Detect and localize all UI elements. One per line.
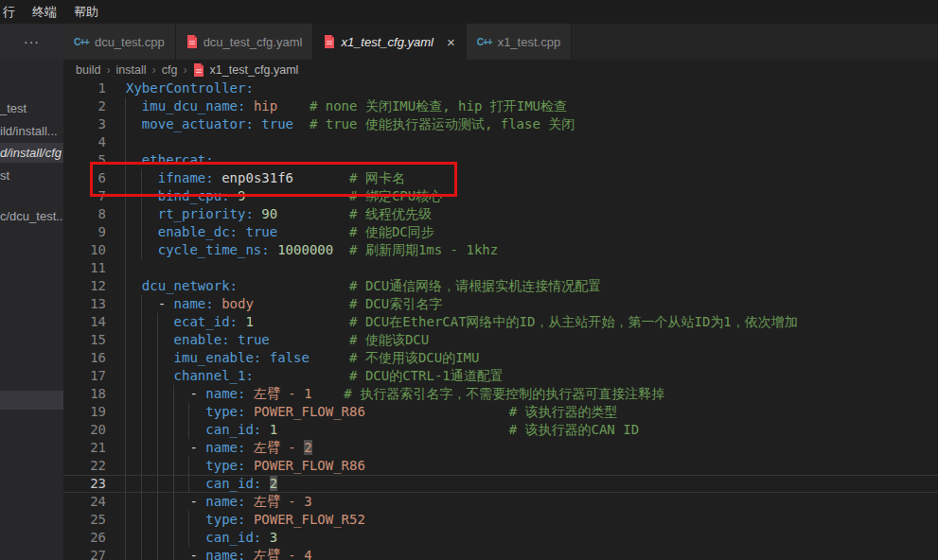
breadcrumb-item[interactable]: build	[76, 63, 100, 77]
line-number[interactable]: 22	[63, 457, 106, 475]
sidebar-selected-row[interactable]	[0, 391, 63, 410]
code-line-19[interactable]: 19 type: POWER_FLOW_R86 # 该执行器的类型	[63, 403, 938, 421]
line-number[interactable]: 21	[63, 439, 106, 457]
line-number[interactable]: 7	[63, 187, 106, 205]
line-number[interactable]: 11	[63, 259, 106, 277]
line-number[interactable]: 20	[63, 421, 106, 439]
breadcrumb-item[interactable]: install	[116, 63, 147, 77]
breadcrumb-file[interactable]: x1_test_cfg.yaml	[210, 63, 299, 77]
code-token	[312, 386, 345, 401]
tab-x1_test_cfg.yaml[interactable]: x1_test_cfg.yaml×	[313, 24, 466, 60]
code-token: # 该执行器的CAN ID	[509, 422, 639, 437]
menu-item-1[interactable]: 终端	[24, 4, 65, 21]
line-number[interactable]: 23	[63, 475, 106, 493]
code-line-18[interactable]: 18 - name: 左臂 - 1 # 执行器索引名字，不需要控制的执行器可直接…	[63, 385, 938, 403]
code-line-11[interactable]: 11	[63, 259, 938, 277]
code-line-6[interactable]: 6 ifname: enp0s31f6 # 网卡名	[63, 169, 938, 187]
code-token: 左臂 - 3	[254, 494, 312, 509]
code-line-8[interactable]: 8 rt_priority: 90 # 线程优先级	[63, 205, 938, 223]
code-line-25[interactable]: 25 type: POWER_FLOW_R52	[63, 511, 938, 529]
indent-guide	[125, 529, 126, 547]
sidebar-item-0[interactable]: _test	[0, 98, 63, 118]
code-line-23[interactable]: 23 can_id: 2	[63, 475, 938, 493]
code-line-5[interactable]: 5 ethercat:	[63, 151, 938, 169]
line-number[interactable]: 15	[63, 331, 106, 349]
line-number[interactable]: 14	[63, 313, 106, 331]
line-number[interactable]: 3	[63, 115, 106, 133]
code-token: POWER_FLOW_R52	[254, 512, 365, 527]
code-token	[126, 116, 142, 131]
code-line-21[interactable]: 21 - name: 左臂 - 2	[63, 439, 938, 457]
code-line-17[interactable]: 17 channel_1: # DCU的CTRL-1通道配置	[63, 367, 938, 385]
tab-close-icon[interactable]: ×	[447, 35, 455, 49]
code-line-12[interactable]: 12 dcu_network: # DCU通信网络，请根据实机连接情况配置	[63, 277, 938, 295]
code-content: - name: body # DCU索引名字	[106, 295, 938, 313]
code-line-14[interactable]: 14 ecat_id: 1 # DCU在EtherCAT网络中的ID，从主站开始…	[63, 313, 938, 331]
code-token	[261, 476, 269, 491]
code-token	[214, 296, 221, 311]
code-line-10[interactable]: 10 cycle_time_ns: 1000000 # 刷新周期1ms - 1k…	[63, 241, 938, 259]
indent-guide	[125, 475, 126, 493]
code-token	[245, 494, 253, 509]
code-line-9[interactable]: 9 enable_dc: true # 使能DC同步	[63, 223, 938, 241]
line-number[interactable]: 5	[63, 151, 106, 169]
code-editor[interactable]: 1XyberController:2 imu_dcu_name: hip # n…	[63, 79, 938, 560]
code-line-22[interactable]: 22 type: POWER_FLOW_R86	[63, 457, 938, 475]
line-number[interactable]: 13	[63, 295, 106, 313]
indent-guide	[173, 529, 174, 547]
code-line-26[interactable]: 26 can_id: 3	[63, 529, 938, 547]
code-line-4[interactable]: 4	[63, 133, 938, 151]
code-content: imu_dcu_name: hip # none 关闭IMU检查, hip 打开…	[106, 97, 938, 115]
sidebar-item-4[interactable]: c/dcu_test...	[0, 206, 63, 226]
line-number[interactable]: 24	[63, 493, 106, 511]
code-content: can_id: 2	[106, 475, 938, 493]
line-number[interactable]: 17	[63, 367, 106, 385]
sidebar-item-1[interactable]: ild/install...	[0, 121, 63, 141]
code-content: cycle_time_ns: 1000000 # 刷新周期1ms - 1khz	[106, 241, 938, 259]
code-content	[106, 133, 938, 151]
line-number[interactable]: 18	[63, 385, 106, 403]
menu-item-0[interactable]: 行	[0, 4, 24, 21]
menu-item-2[interactable]: 帮助	[65, 4, 107, 21]
code-line-3[interactable]: 3 move_actuator: true # true 使能执行器运动测试, …	[63, 115, 938, 133]
code-token	[126, 350, 174, 365]
line-number[interactable]: 9	[63, 223, 106, 241]
line-number[interactable]: 2	[63, 97, 106, 115]
sidebar-item-2[interactable]: d/install/cfg	[0, 143, 63, 163]
line-number[interactable]: 1	[63, 79, 106, 97]
line-number[interactable]: 12	[63, 277, 106, 295]
indent-guide	[173, 547, 174, 560]
tab-dcu_test.cpp[interactable]: C++dcu_test.cpp	[63, 24, 176, 60]
code-line-24[interactable]: 24 - name: 左臂 - 3	[63, 493, 938, 511]
code-line-2[interactable]: 2 imu_dcu_name: hip # none 关闭IMU检查, hip …	[63, 97, 938, 115]
code-token: ifname:	[158, 170, 214, 185]
code-token: cycle_time_ns:	[158, 242, 270, 257]
indent-guide	[125, 169, 126, 187]
line-number[interactable]: 10	[63, 241, 106, 259]
code-line-15[interactable]: 15 enable: true # 使能该DCU	[63, 331, 938, 349]
indent-guide	[141, 349, 142, 367]
code-line-27[interactable]: 27 - name: 左臂 - 4	[63, 547, 938, 560]
line-number[interactable]: 16	[63, 349, 106, 367]
tab-x1_test.cpp[interactable]: C++x1_test.cpp	[467, 24, 572, 60]
indent-guide	[141, 313, 142, 331]
indent-guide	[125, 133, 126, 151]
line-number[interactable]: 4	[63, 133, 106, 151]
code-line-20[interactable]: 20 can_id: 1 # 该执行器的CAN ID	[63, 421, 938, 439]
line-number[interactable]: 27	[63, 547, 106, 560]
line-number[interactable]: 6	[63, 169, 106, 187]
line-number[interactable]: 26	[63, 529, 106, 547]
code-line-7[interactable]: 7 bind_cpu: 9 # 绑定CPU核心	[63, 187, 938, 205]
sidebar-item-3[interactable]: st	[0, 166, 63, 185]
breadcrumb-item[interactable]: cfg	[162, 63, 178, 77]
more-actions-icon[interactable]: ···	[24, 34, 40, 49]
line-number[interactable]: 8	[63, 205, 106, 223]
code-line-13[interactable]: 13 - name: body # DCU索引名字	[63, 295, 938, 313]
line-number[interactable]: 25	[63, 511, 106, 529]
tab-dcu_test_cfg.yaml[interactable]: dcu_test_cfg.yaml	[176, 24, 314, 60]
indent-guide	[125, 295, 126, 313]
code-line-16[interactable]: 16 imu_enable: false # 不使用该DCU的IMU	[63, 349, 938, 367]
line-number[interactable]: 19	[63, 403, 106, 421]
indent-guide	[188, 511, 189, 529]
code-line-1[interactable]: 1XyberController:	[63, 79, 938, 97]
